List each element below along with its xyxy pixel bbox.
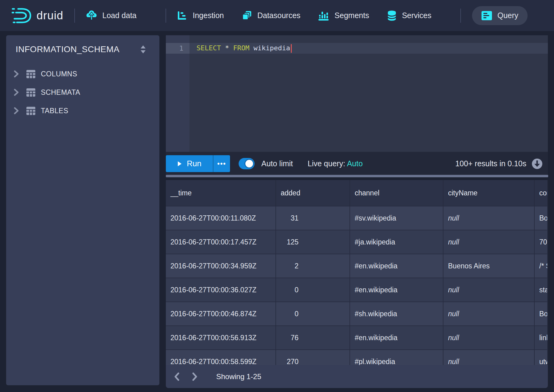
- cloud-upload-icon: [86, 10, 97, 21]
- cell-channel: #en.wikipedia: [350, 278, 443, 302]
- chevron-left-icon: [174, 372, 180, 381]
- cell-cityname: null: [443, 325, 535, 349]
- live-query-label: Live query:: [308, 159, 345, 168]
- table-row: 2016-06-27T00:00:34.959Z 2 #en.wikipedia…: [166, 254, 548, 278]
- live-query: Live query: Auto: [308, 159, 363, 168]
- run-button[interactable]: Run: [166, 155, 213, 172]
- chevron-right-icon[interactable]: [14, 107, 20, 114]
- brand[interactable]: druid: [12, 7, 63, 24]
- cell-cityname: Buenos Aires: [443, 254, 535, 278]
- nav-item-ingestion[interactable]: Ingestion: [177, 11, 224, 21]
- sql-star: *: [225, 44, 229, 52]
- cell-added: 0: [276, 278, 350, 302]
- schema-tree: COLUMNS SCHEMATA: [6, 65, 159, 120]
- cell-channel: #sv.wikipedia: [350, 206, 443, 230]
- chevron-right-icon[interactable]: [14, 70, 20, 78]
- cell-comment: link: [535, 325, 548, 349]
- cell-time: 2016-06-27T00:00:56.913Z: [166, 325, 276, 349]
- cell-cityname: null: [443, 278, 535, 302]
- tree-item-columns[interactable]: COLUMNS: [6, 65, 159, 83]
- column-header-cityname[interactable]: cityName: [443, 180, 535, 206]
- nav-divider: [460, 9, 461, 23]
- cell-added: 31: [276, 206, 350, 230]
- tree-item-label: SCHEMATA: [41, 88, 80, 97]
- text-cursor: [291, 44, 292, 53]
- table-row: 2016-06-27T00:00:36.027Z 0 #en.wikipedia…: [166, 278, 548, 302]
- chevron-right-icon[interactable]: [14, 89, 20, 96]
- nav-item-segments[interactable]: Segments: [318, 10, 369, 21]
- cell-added: 0: [276, 302, 350, 325]
- cell-comment: Bot: [535, 206, 548, 230]
- console-icon: [481, 11, 492, 21]
- table-row: 2016-06-27T00:00:17.457Z 125 #ja.wikiped…: [166, 230, 548, 254]
- cell-time: 2016-06-27T00:00:17.457Z: [166, 230, 276, 254]
- cell-channel: #ja.wikipedia: [350, 230, 443, 254]
- previous-page-button[interactable]: [170, 370, 184, 383]
- double-caret-vertical-icon[interactable]: [140, 45, 146, 54]
- live-query-value[interactable]: Auto: [347, 159, 363, 168]
- column-header-added[interactable]: added: [276, 180, 350, 206]
- column-header-channel[interactable]: channel: [350, 180, 443, 206]
- chevron-right-icon: [192, 372, 198, 381]
- tree-item-label: TABLES: [41, 107, 68, 115]
- sql-keyword: FROM: [233, 44, 249, 52]
- brand-name: druid: [37, 9, 63, 22]
- cell-channel: #en.wikipedia: [350, 325, 443, 349]
- nav-item-label: Services: [402, 11, 431, 20]
- table-icon: [26, 70, 35, 78]
- more-icon: •••: [217, 160, 226, 168]
- column-header-time[interactable]: __time: [166, 180, 276, 206]
- line-number: 1: [166, 44, 189, 52]
- cell-added: 125: [276, 230, 350, 254]
- stacked-panels-icon: [242, 10, 252, 21]
- cell-cityname: null: [443, 206, 535, 230]
- cell-cityname: null: [443, 230, 535, 254]
- play-icon: [177, 161, 182, 167]
- cell-added: 76: [276, 325, 350, 349]
- cell-cityname: null: [443, 302, 535, 325]
- results-summary: 100+ results in 0.10s: [455, 159, 526, 168]
- run-more-button[interactable]: •••: [213, 155, 230, 172]
- nav-item-label: Ingestion: [193, 11, 224, 20]
- sql-editor[interactable]: 1 SELECT * FROM wikipedia: [166, 35, 548, 152]
- run-button-label: Run: [187, 159, 201, 168]
- nav-divider: [74, 9, 75, 23]
- auto-limit-toggle[interactable]: [239, 158, 255, 169]
- cell-comment: Bot: [535, 302, 548, 325]
- results-table: __time added channel cityName comment 20…: [166, 180, 548, 388]
- next-page-button[interactable]: [188, 370, 201, 383]
- table-icon: [26, 107, 35, 115]
- auto-limit-label[interactable]: Auto limit: [261, 159, 293, 168]
- cell-comment: 70.2: [535, 230, 548, 254]
- cell-time: 2016-06-27T00:00:36.027Z: [166, 278, 276, 302]
- sql-table-name: wikipedia: [253, 44, 290, 52]
- tree-item-label: COLUMNS: [41, 70, 77, 78]
- toggle-knob: [244, 159, 254, 168]
- pane-splitter[interactable]: [166, 175, 548, 177]
- database-icon: [387, 10, 397, 21]
- showing-label: Showing 1-25: [216, 372, 261, 381]
- nav-item-load-data[interactable]: Load data: [86, 10, 136, 21]
- navbar: druid Load data Ingestion: [0, 0, 554, 31]
- nav-item-services[interactable]: Services: [387, 10, 431, 21]
- cell-channel: #sh.wikipedia: [350, 302, 443, 325]
- cell-comment: /* S: [535, 254, 548, 278]
- table-icon: [26, 88, 35, 97]
- column-header-comment[interactable]: comment: [535, 180, 548, 206]
- sql-query-text: SELECT * FROM wikipedia: [189, 44, 292, 53]
- nav-item-query-active[interactable]: Query: [472, 6, 528, 25]
- nav-item-label: Query: [497, 11, 518, 20]
- table-row: 2016-06-27T00:00:11.080Z 31 #sv.wikipedi…: [166, 206, 548, 230]
- ingestion-chart-icon: [177, 11, 188, 21]
- sql-keyword: SELECT: [197, 44, 221, 52]
- run-toolbar: Run ••• Auto limit Live query: Auto 100+…: [166, 152, 548, 175]
- cell-comment: stat: [535, 278, 548, 302]
- table-row: 2016-06-27T00:00:56.913Z 76 #en.wikipedi…: [166, 325, 548, 349]
- nav-item-label: Load data: [102, 11, 136, 20]
- nav-item-datasources[interactable]: Datasources: [242, 10, 300, 21]
- tree-item-tables[interactable]: TABLES: [6, 102, 159, 120]
- nav-item-label: Datasources: [257, 11, 300, 20]
- nav-item-label: Segments: [334, 11, 369, 20]
- download-button[interactable]: [531, 158, 543, 170]
- tree-item-schemata[interactable]: SCHEMATA: [6, 83, 159, 102]
